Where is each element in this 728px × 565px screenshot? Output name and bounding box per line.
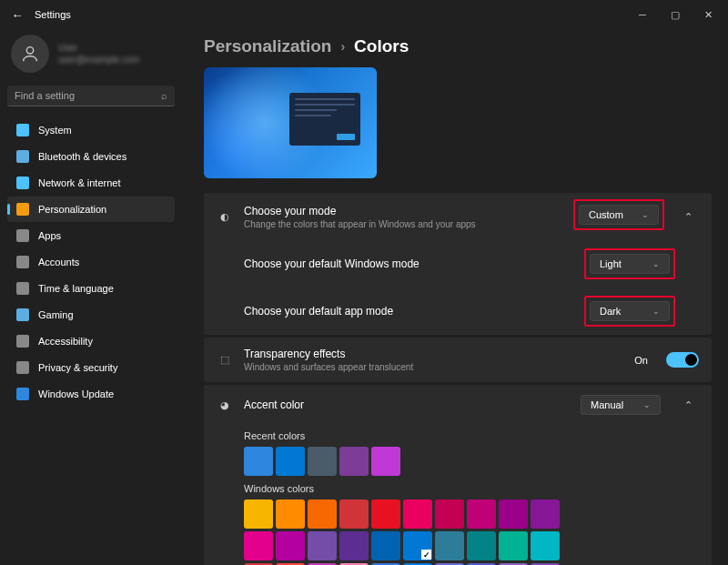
nav-icon <box>16 124 29 136</box>
windows-colors-grid <box>244 499 712 565</box>
color-swatch[interactable] <box>371 499 400 529</box>
nav-icon <box>16 335 29 348</box>
search-icon: ⌕ <box>161 90 167 101</box>
nav-item-system[interactable]: System <box>7 117 175 143</box>
color-swatch[interactable] <box>308 447 337 476</box>
brush-icon: ◐ <box>217 211 233 223</box>
chevron-down-icon: ⌄ <box>652 307 660 316</box>
search-box[interactable]: ⌕ <box>7 86 175 106</box>
color-swatch[interactable] <box>531 531 560 560</box>
collapse-button[interactable]: ⌃ <box>677 399 699 411</box>
nav-label: Privacy & security <box>38 362 117 373</box>
color-swatch[interactable] <box>339 447 369 476</box>
collapse-button[interactable]: ⌃ <box>677 211 699 223</box>
windows-mode-dropdown[interactable]: Light⌄ <box>590 254 670 274</box>
nav-label: Personalization <box>38 204 106 215</box>
recent-colors-label: Recent colors <box>244 430 712 441</box>
mode-dropdown[interactable]: Custom⌄ <box>579 205 659 225</box>
color-swatch[interactable] <box>435 499 464 529</box>
mode-subtitle: Change the colors that appear in Windows… <box>244 219 562 229</box>
transparency-state: On <box>634 355 648 366</box>
nav-label: Apps <box>38 230 61 241</box>
transparency-toggle[interactable] <box>666 352 699 368</box>
color-swatch[interactable] <box>403 499 432 529</box>
color-swatch[interactable] <box>467 531 496 560</box>
color-swatch[interactable] <box>308 499 337 529</box>
accent-card: ◕ Accent color Manual⌄ ⌃ Recent colors W… <box>204 385 712 565</box>
accent-title: Accent color <box>244 399 570 411</box>
palette-icon: ◕ <box>217 399 233 411</box>
nav-label: Gaming <box>38 309 74 320</box>
app-title: Settings <box>35 9 71 20</box>
color-swatch[interactable] <box>339 531 369 560</box>
transparency-card: ⬚ Transparency effects Windows and surfa… <box>204 338 712 382</box>
nav-item-accessibility[interactable]: Accessibility <box>7 328 175 354</box>
search-input[interactable] <box>15 90 161 101</box>
nav-label: Windows Update <box>38 388 114 399</box>
profile-text: User user@example.com <box>58 42 139 66</box>
color-swatch[interactable] <box>531 499 560 529</box>
windows-mode-label: Choose your default Windows mode <box>244 257 584 270</box>
nav-icon <box>16 361 29 374</box>
color-swatch[interactable] <box>308 531 337 560</box>
nav-item-windows-update[interactable]: Windows Update <box>7 381 175 407</box>
maximize-button[interactable]: ▢ <box>659 2 692 27</box>
nav-item-privacy-security[interactable]: Privacy & security <box>7 355 175 380</box>
nav-icon <box>16 308 29 321</box>
minimize-button[interactable]: ─ <box>626 2 659 27</box>
transparency-title: Transparency effects <box>244 348 623 360</box>
app-mode-dropdown[interactable]: Dark⌄ <box>590 301 670 321</box>
breadcrumb-current: Colors <box>354 36 409 56</box>
color-swatch[interactable] <box>467 499 496 529</box>
recent-colors <box>244 447 712 476</box>
close-button[interactable]: ✕ <box>692 2 724 27</box>
nav-item-bluetooth-devices[interactable]: Bluetooth & devices <box>7 144 175 169</box>
color-swatch[interactable] <box>244 531 273 560</box>
nav-icon <box>16 177 29 189</box>
color-swatch[interactable] <box>244 499 273 529</box>
color-swatch[interactable] <box>435 531 464 560</box>
color-swatch[interactable] <box>371 531 400 560</box>
nav-list: SystemBluetooth & devicesNetwork & inter… <box>7 117 175 407</box>
color-swatch[interactable] <box>244 447 273 476</box>
breadcrumb: Personalization › Colors <box>204 36 712 56</box>
nav-icon <box>16 256 29 268</box>
transparency-subtitle: Windows and surfaces appear translucent <box>244 362 623 372</box>
color-swatch[interactable] <box>499 499 528 529</box>
nav-icon <box>16 282 29 295</box>
color-swatch[interactable] <box>276 531 305 560</box>
color-swatch[interactable] <box>499 531 528 560</box>
accent-mode-dropdown[interactable]: Manual⌄ <box>581 395 661 415</box>
nav-icon <box>16 229 29 242</box>
color-swatch[interactable] <box>371 447 400 476</box>
nav-item-accounts[interactable]: Accounts <box>7 249 175 275</box>
theme-preview <box>204 67 377 178</box>
windows-colors-label: Windows colors <box>244 483 712 494</box>
breadcrumb-parent[interactable]: Personalization <box>204 36 331 56</box>
nav-item-gaming[interactable]: Gaming <box>7 302 175 328</box>
color-swatch[interactable] <box>339 499 369 529</box>
chevron-down-icon: ⌄ <box>642 210 649 219</box>
color-swatch[interactable] <box>276 447 305 476</box>
mode-title: Choose your mode <box>244 205 562 217</box>
nav-item-personalization[interactable]: Personalization <box>7 197 175 222</box>
mode-card: ◐ Choose your mode Change the colors tha… <box>204 193 712 335</box>
color-swatch[interactable] <box>403 531 432 560</box>
nav-label: Bluetooth & devices <box>38 151 126 162</box>
nav-item-network-internet[interactable]: Network & internet <box>7 170 175 196</box>
chevron-down-icon: ⌄ <box>652 259 660 268</box>
profile-block[interactable]: User user@example.com <box>11 35 171 73</box>
transparency-icon: ⬚ <box>217 354 233 366</box>
avatar <box>11 35 49 73</box>
nav-label: Accessibility <box>38 336 93 347</box>
color-swatch[interactable] <box>276 499 305 529</box>
nav-label: Time & language <box>38 283 114 294</box>
nav-item-time-language[interactable]: Time & language <box>7 276 175 301</box>
nav-item-apps[interactable]: Apps <box>7 223 175 248</box>
highlighted-controls: Custom⌄ <box>573 199 664 230</box>
chevron-down-icon: ⌄ <box>643 400 651 409</box>
back-button[interactable]: ← <box>4 8 31 22</box>
nav-label: Accounts <box>38 257 79 267</box>
main-content: Personalization › Colors ◐ Choose your m… <box>182 29 728 565</box>
nav-label: System <box>38 125 72 136</box>
